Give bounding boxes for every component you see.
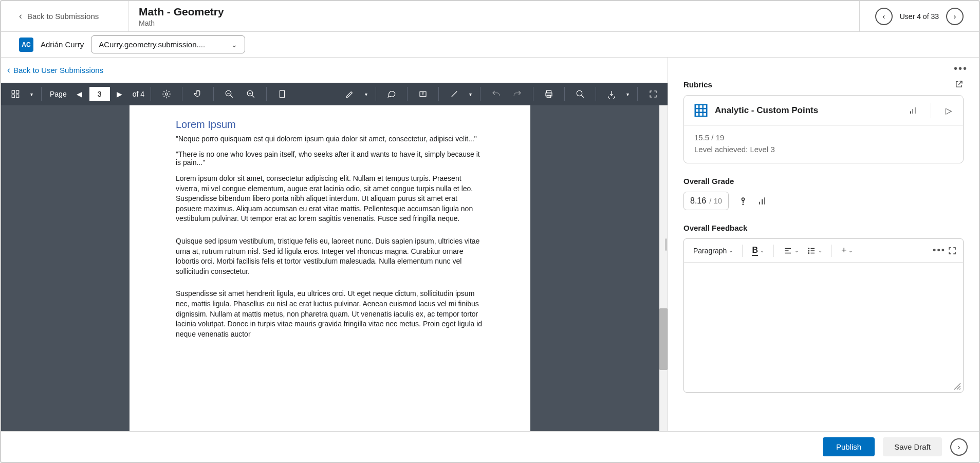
top-bar: ‹ Back to Submissions Math - Geometry Ma… — [1, 1, 979, 32]
svg-point-26 — [808, 250, 809, 251]
rubrics-label: Rubrics — [683, 80, 712, 89]
assignment-title: Math - Geometry — [139, 6, 859, 18]
fit-page-icon[interactable] — [273, 85, 291, 103]
zoom-in-icon[interactable] — [242, 85, 260, 103]
svg-line-14 — [452, 91, 457, 97]
back-label: Back to Submissions — [27, 12, 99, 21]
note-icon[interactable] — [382, 85, 401, 103]
grade-max: / 10 — [709, 196, 722, 205]
student-bar: AC Adrián Curry ACurry.geometry.submissi… — [1, 32, 979, 58]
pan-icon[interactable] — [189, 85, 207, 103]
chevron-left-icon: ‹ — [19, 11, 22, 22]
next-user-button[interactable]: › — [946, 8, 964, 25]
svg-point-21 — [742, 198, 745, 200]
rubric-level: Level achieved: Level 3 — [694, 145, 953, 154]
search-icon[interactable] — [571, 85, 589, 103]
svg-rect-2 — [12, 95, 14, 98]
stats-icon[interactable] — [757, 196, 768, 206]
resize-handle[interactable] — [664, 58, 668, 431]
thumbnails-icon[interactable] — [6, 85, 25, 103]
suggestion-icon[interactable] — [738, 196, 748, 206]
expand-rubric-icon[interactable]: ▷ — [944, 106, 954, 116]
page-total: of 4 — [133, 90, 144, 98]
prev-page-button[interactable]: ◀ — [73, 87, 86, 101]
save-draft-button[interactable]: Save Draft — [883, 437, 942, 456]
svg-rect-15 — [547, 90, 551, 93]
next-page-button[interactable]: ▶ — [113, 87, 126, 101]
document-viewer: ‹ Back to User Submissions ▾ Page ◀ ▶ of… — [1, 58, 668, 431]
svg-point-25 — [808, 248, 809, 249]
fullscreen-icon[interactable] — [644, 85, 662, 103]
svg-line-33 — [959, 388, 960, 390]
doc-quote: "Neque porro quisquam est qui dolorem ip… — [176, 135, 484, 143]
pen-menu[interactable]: ▾ — [362, 91, 369, 97]
download-icon[interactable] — [602, 85, 621, 103]
publish-button[interactable]: Publish — [823, 437, 875, 456]
line-menu[interactable]: ▾ — [467, 91, 474, 97]
block-format-label: Paragraph — [693, 247, 727, 255]
grading-panel: ••• Rubrics Analytic - Custom Points ▷ — [668, 58, 979, 431]
chevron-down-icon: ⌄ — [848, 248, 853, 253]
stats-icon[interactable] — [908, 106, 918, 115]
main-area: ‹ Back to User Submissions ▾ Page ◀ ▶ of… — [1, 58, 979, 431]
file-name: ACurry.geometry.submission.... — [99, 40, 205, 49]
block-format-select[interactable]: Paragraph ⌄ — [690, 245, 736, 257]
align-button[interactable]: ⌄ — [780, 244, 802, 257]
editor-more-icon[interactable]: ••• — [933, 245, 946, 256]
panel-more-icon[interactable]: ••• — [954, 63, 968, 75]
chevron-left-icon: ‹ — [7, 65, 10, 76]
svg-rect-17 — [547, 95, 551, 98]
back-to-user-submissions[interactable]: ‹ Back to User Submissions — [1, 58, 668, 83]
svg-rect-20 — [695, 105, 707, 117]
back-to-submissions[interactable]: ‹ Back to Submissions — [1, 1, 128, 31]
download-menu[interactable]: ▾ — [624, 91, 631, 97]
prev-user-button[interactable]: ‹ — [875, 8, 893, 25]
insert-button[interactable]: +⌄ — [838, 243, 856, 258]
course-name: Math — [139, 19, 859, 27]
zoom-out-icon[interactable] — [220, 85, 238, 103]
pen-icon[interactable] — [341, 85, 359, 103]
overall-grade-label: Overall Grade — [683, 177, 734, 186]
app-root: ‹ Back to Submissions Math - Geometry Ma… — [0, 0, 980, 463]
editor-toolbar: Paragraph ⌄ B⌄ ⌄ ⌄ +⌄ ••• — [684, 239, 963, 263]
thumbnails-menu[interactable]: ▾ — [28, 91, 35, 97]
grade-input[interactable]: 8.16 / 10 — [683, 192, 729, 210]
line-icon[interactable] — [445, 85, 464, 103]
doc-heading: Lorem Ipsum — [176, 119, 484, 131]
doc-paragraph: Lorem ipsum dolor sit amet, consectetur … — [176, 174, 484, 224]
chevron-down-icon: ⌄ — [818, 248, 822, 253]
undo-icon[interactable] — [487, 85, 505, 103]
chevron-down-icon: ⌄ — [760, 248, 764, 253]
rubric-name[interactable]: Analytic - Custom Points — [715, 105, 902, 116]
svg-point-4 — [165, 93, 168, 96]
file-selector[interactable]: ACurry.geometry.submission.... ⌄ — [91, 35, 245, 53]
redo-icon[interactable] — [508, 85, 527, 103]
user-nav: ‹ User 4 of 33 › — [859, 1, 979, 31]
page-number-input[interactable] — [89, 87, 110, 101]
svg-line-9 — [252, 95, 254, 98]
rubric-score: 15.5 / 19 — [694, 133, 953, 142]
chevron-down-icon: ⌄ — [794, 248, 799, 253]
settings-icon[interactable] — [157, 85, 176, 103]
svg-line-19 — [581, 95, 584, 98]
popout-icon[interactable] — [954, 80, 964, 89]
student-avatar: AC — [19, 38, 33, 52]
list-button[interactable]: ⌄ — [804, 244, 825, 257]
pdf-toolbar: ▾ Page ◀ ▶ of 4 ▾ — [1, 83, 668, 105]
assignment-title-block: Math - Geometry Math — [128, 1, 859, 31]
print-icon[interactable] — [540, 85, 558, 103]
bold-button[interactable]: B⌄ — [749, 244, 767, 258]
textbox-icon[interactable] — [414, 85, 432, 103]
back-user-label: Back to User Submissions — [13, 66, 103, 75]
editor-fullscreen-icon[interactable] — [948, 246, 957, 255]
doc-quote: "There is no one who loves pain itself, … — [176, 150, 484, 166]
svg-point-18 — [577, 90, 582, 96]
editor-textarea[interactable] — [684, 263, 963, 392]
doc-paragraph: Suspendisse sit amet hendrerit ligula, e… — [176, 289, 484, 339]
overall-feedback-label: Overall Feedback — [683, 224, 747, 232]
next-button[interactable]: › — [950, 438, 968, 456]
rubric-icon — [693, 103, 709, 118]
resize-handle-icon[interactable] — [953, 382, 961, 390]
chevron-down-icon: ⌄ — [231, 41, 237, 49]
pdf-canvas[interactable]: Lorem Ipsum "Neque porro quisquam est qu… — [1, 105, 668, 431]
